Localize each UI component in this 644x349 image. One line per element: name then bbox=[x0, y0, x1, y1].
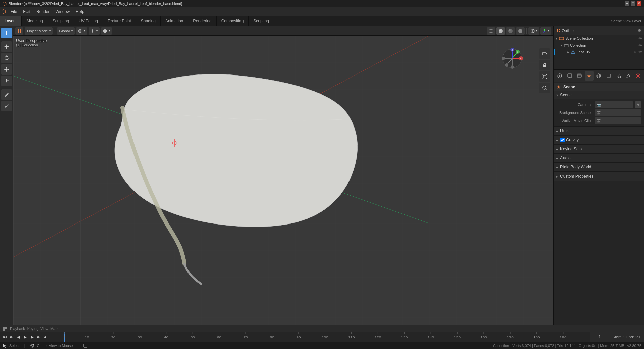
timeline-ruler[interactable]: 1 10 20 30 40 50 60 70 80 90 100 110 120… bbox=[60, 332, 590, 342]
overlay-button[interactable]: ▾ bbox=[528, 27, 539, 35]
outliner-leaf-row[interactable]: ▸ Leaf_05 ✎ 👁 bbox=[554, 49, 644, 55]
tab-animation[interactable]: Animation bbox=[161, 16, 188, 26]
tab-texture-paint[interactable]: Texture Paint bbox=[103, 16, 136, 26]
viewport-collection-label: (1) Collection bbox=[16, 43, 47, 47]
step-back-button[interactable]: ◀ bbox=[15, 334, 21, 340]
physics-props-button[interactable] bbox=[634, 71, 643, 81]
start-frame[interactable]: 1 bbox=[623, 335, 625, 339]
loop-button[interactable]: ⏭ bbox=[42, 334, 48, 340]
keying-sets-header[interactable]: ▸ Keying Sets bbox=[554, 145, 644, 153]
annotate-tool-button[interactable] bbox=[1, 89, 12, 100]
gizmo-button[interactable]: ▾ bbox=[540, 27, 551, 35]
step-forward-button[interactable]: ▶ bbox=[29, 334, 35, 340]
add-workspace-button[interactable]: + bbox=[274, 16, 284, 26]
transform-tool-button[interactable] bbox=[1, 76, 12, 86]
jump-back-button[interactable]: ⏭ bbox=[9, 334, 15, 340]
outliner-filter-button[interactable]: ⚙ bbox=[638, 28, 641, 33]
view-layer-props-button[interactable] bbox=[575, 71, 584, 81]
search-button[interactable] bbox=[539, 83, 550, 93]
editor-type-button[interactable] bbox=[15, 27, 23, 35]
separator2: | bbox=[77, 344, 78, 348]
timeline-view-label[interactable]: View bbox=[40, 327, 48, 331]
units-section-header[interactable]: ▸ Units bbox=[554, 127, 644, 135]
gravity-section-header[interactable]: ▸ Gravity bbox=[554, 136, 644, 144]
scene-props-button[interactable] bbox=[585, 71, 594, 81]
camera-edit-button[interactable]: ✎ bbox=[635, 101, 641, 108]
timeline-playback-label[interactable]: Playback bbox=[10, 327, 25, 331]
global-transform-button[interactable]: Global ▾ bbox=[57, 27, 75, 35]
viewport[interactable]: Object Mode ▾ Global ▾ ▾ ▾ bbox=[13, 26, 553, 342]
outliner-scene-collection[interactable]: ▾ Scene Collection 👁 bbox=[554, 35, 644, 42]
particles-props-button[interactable] bbox=[624, 71, 633, 81]
perspective-toggle-button[interactable] bbox=[539, 71, 550, 82]
tab-uv-editing[interactable]: UV Editing bbox=[74, 16, 103, 26]
viewport-shading-wireframe[interactable] bbox=[487, 27, 495, 35]
svg-rect-86 bbox=[3, 327, 5, 331]
tab-layout[interactable]: Layout bbox=[0, 16, 22, 26]
snap-button[interactable]: ▾ bbox=[89, 27, 100, 35]
audio-section-header[interactable]: ▸ Audio bbox=[554, 154, 644, 162]
viewport-shading-material[interactable] bbox=[506, 27, 515, 35]
tab-compositing[interactable]: Compositing bbox=[217, 16, 249, 26]
scene-section-header[interactable]: ▾ Scene bbox=[554, 91, 644, 99]
svg-text:X: X bbox=[519, 57, 521, 60]
active-movie-clip-value[interactable]: 🎬 bbox=[595, 117, 641, 124]
frame-counter[interactable]: 1 bbox=[590, 332, 610, 342]
minimize-button[interactable]: ─ bbox=[625, 1, 629, 6]
world-props-button[interactable] bbox=[594, 71, 603, 81]
menu-window[interactable]: Window bbox=[53, 8, 72, 15]
jump-end-button[interactable]: ⏭ bbox=[36, 334, 42, 340]
object-props-button[interactable] bbox=[604, 71, 613, 81]
tab-sculpting[interactable]: Sculpting bbox=[48, 16, 74, 26]
outliner-header: Outliner ⚙ bbox=[554, 26, 644, 35]
scale-tool-button[interactable] bbox=[1, 64, 12, 75]
maximize-button[interactable]: □ bbox=[631, 1, 635, 6]
render-props-button[interactable] bbox=[555, 71, 564, 81]
background-scene-value[interactable]: 🎬 bbox=[595, 109, 641, 116]
viewport-shading-solid[interactable] bbox=[496, 27, 505, 35]
outliner-icon bbox=[556, 29, 560, 33]
svg-text:120: 120 bbox=[375, 335, 381, 339]
viewport-grid bbox=[13, 36, 553, 342]
tab-rendering[interactable]: Rendering bbox=[188, 16, 216, 26]
end-frame[interactable]: 250 bbox=[635, 335, 641, 339]
outliner-collection-row[interactable]: ▾ Collection 👁 bbox=[554, 42, 644, 49]
svg-rect-61 bbox=[559, 29, 560, 30]
viewport-shading-rendered[interactable] bbox=[516, 27, 525, 35]
menu-file[interactable]: File bbox=[8, 8, 20, 15]
jump-start-button[interactable]: ⏮ bbox=[2, 334, 8, 340]
menu-edit[interactable]: Edit bbox=[20, 8, 33, 15]
timeline-editor-type-button[interactable] bbox=[2, 326, 8, 332]
close-button[interactable]: ✕ bbox=[637, 1, 641, 6]
timeline-keying-label[interactable]: Keying bbox=[27, 327, 39, 331]
navigation-gizmo[interactable]: X Y Z bbox=[501, 48, 523, 69]
modifiers-props-button[interactable] bbox=[614, 71, 623, 81]
leaf-edit-icon: ✎ bbox=[633, 50, 636, 54]
rotate-tool-button[interactable] bbox=[1, 53, 12, 63]
gravity-checkbox[interactable] bbox=[560, 138, 565, 142]
cursor-tool-button[interactable]: ✛ bbox=[1, 28, 12, 38]
window-title: Blender* [b:\!!!conv_3\20\Dried_Bay_Laur… bbox=[9, 2, 182, 6]
play-button[interactable]: ▶ bbox=[22, 334, 28, 340]
rigid-body-world-header[interactable]: ▸ Rigid Body World bbox=[554, 163, 644, 171]
lock-camera-button[interactable] bbox=[539, 60, 550, 70]
proportional-edit-button[interactable]: ▾ bbox=[101, 27, 112, 35]
custom-props-header[interactable]: ▸ Custom Properties bbox=[554, 172, 644, 181]
object-mode-button[interactable]: Object Mode ▾ bbox=[25, 27, 53, 35]
svg-point-81 bbox=[629, 76, 630, 77]
menu-render[interactable]: Render bbox=[34, 8, 52, 15]
viewport-canvas[interactable]: X Y Z bbox=[13, 36, 553, 342]
move-tool-button[interactable] bbox=[1, 41, 12, 52]
camera-value[interactable]: 📷 bbox=[595, 101, 633, 108]
timeline-marker-label[interactable]: Marker bbox=[50, 327, 62, 331]
pivot-button[interactable]: ▾ bbox=[76, 27, 87, 35]
tab-modeling[interactable]: Modeling bbox=[22, 16, 48, 26]
menu-help[interactable]: Help bbox=[73, 8, 87, 15]
start-label: Start: bbox=[613, 335, 622, 339]
output-props-button[interactable] bbox=[565, 71, 574, 81]
svg-point-80 bbox=[628, 74, 629, 75]
measure-tool-button[interactable] bbox=[1, 101, 12, 111]
tab-shading[interactable]: Shading bbox=[136, 16, 161, 26]
camera-view-button[interactable] bbox=[539, 48, 550, 59]
tab-scripting[interactable]: Scripting bbox=[249, 16, 274, 26]
